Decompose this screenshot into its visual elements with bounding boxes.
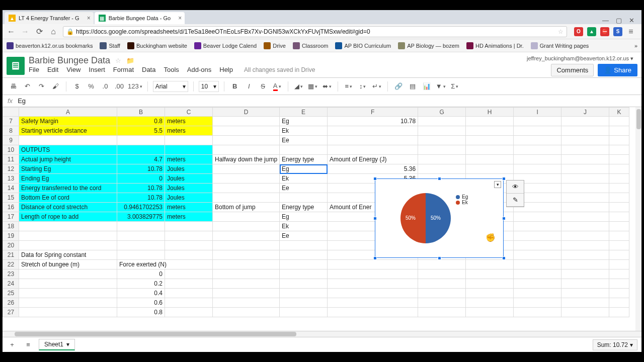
cell[interactable]	[514, 117, 561, 126]
bookmark-item[interactable]: AP Biology — bozem	[398, 42, 459, 49]
row-header[interactable]: 22	[3, 260, 19, 269]
cell[interactable]	[328, 269, 418, 279]
bookmark-item[interactable]: Drive	[264, 42, 286, 49]
cell[interactable]	[117, 241, 165, 250]
col-header[interactable]: G	[418, 108, 466, 117]
bookmark-item[interactable]: beaverton.k12.or.us bookmarks	[7, 42, 93, 49]
cell[interactable]	[561, 279, 609, 289]
tab-close-icon[interactable]: ×	[178, 15, 182, 22]
cell[interactable]	[418, 145, 466, 155]
cell[interactable]: Length of rope to add	[19, 212, 117, 222]
cell[interactable]	[609, 136, 629, 145]
row-header[interactable]: 9	[3, 136, 19, 145]
cell[interactable]	[19, 231, 117, 241]
cell[interactable]	[165, 136, 213, 145]
cell[interactable]: Ending Eg	[19, 174, 117, 184]
bookmark-item[interactable]: Buckingham website	[127, 42, 187, 49]
cell[interactable]: meters	[165, 126, 213, 136]
resize-handle[interactable]	[438, 177, 441, 180]
cell[interactable]	[609, 164, 629, 174]
cell[interactable]	[561, 136, 609, 145]
cell[interactable]	[466, 155, 514, 164]
cell[interactable]: meters	[165, 203, 213, 212]
cell[interactable]	[165, 289, 213, 298]
cell[interactable]	[609, 298, 629, 308]
cell[interactable]: Stretch of bungee (m)	[19, 260, 117, 269]
cell[interactable]	[165, 145, 213, 155]
cell[interactable]: Bottom Ee of cord	[19, 193, 117, 203]
ext-s-icon[interactable]: S	[613, 27, 622, 36]
add-sheet-icon[interactable]: +	[7, 339, 18, 351]
col-header[interactable]: E	[280, 108, 328, 117]
cell[interactable]	[19, 241, 117, 250]
col-header[interactable]: A	[19, 108, 117, 117]
menu-edit[interactable]: Edit	[47, 66, 58, 73]
cell[interactable]	[466, 298, 514, 308]
percent-icon[interactable]: %	[86, 80, 97, 93]
cell[interactable]	[213, 269, 280, 279]
bookmark-item[interactable]: HD Animations | Dr.	[466, 42, 524, 49]
cell[interactable]: Ek	[280, 222, 328, 231]
cell[interactable]	[280, 298, 328, 308]
cell[interactable]	[514, 231, 561, 241]
cell[interactable]: Eg	[280, 212, 328, 222]
cell[interactable]	[418, 136, 466, 145]
chart-edit-icon[interactable]: ✎	[507, 194, 524, 207]
cell[interactable]	[514, 241, 561, 250]
cell[interactable]	[328, 136, 418, 145]
home-icon[interactable]: ⌂	[49, 27, 58, 36]
drive-ext-icon[interactable]: ▲	[587, 27, 596, 36]
cell[interactable]: 0.2	[117, 279, 165, 289]
cell[interactable]	[466, 117, 514, 126]
cell[interactable]	[514, 222, 561, 231]
vertical-scrollbar[interactable]	[635, 107, 641, 331]
forward-icon[interactable]: →	[21, 27, 30, 36]
cell[interactable]	[213, 136, 280, 145]
cell[interactable]	[609, 289, 629, 298]
cell[interactable]: OUTPUTS	[19, 145, 117, 155]
cell[interactable]	[165, 279, 213, 289]
cell[interactable]	[609, 231, 629, 241]
cell[interactable]	[213, 145, 280, 155]
chart-view-icon[interactable]: 👁	[507, 180, 524, 194]
cell[interactable]: Joules	[165, 164, 213, 174]
cell[interactable]: meters	[165, 155, 213, 164]
cell[interactable]: 10.78	[117, 164, 165, 174]
cell[interactable]: 4.7	[117, 155, 165, 164]
cell[interactable]	[561, 155, 609, 164]
cell[interactable]	[19, 269, 117, 279]
cell[interactable]: Halfway down the jump	[213, 155, 280, 164]
cell[interactable]	[418, 117, 466, 126]
cell[interactable]	[117, 250, 165, 260]
menu-data[interactable]: Data	[142, 66, 155, 73]
cell[interactable]	[561, 241, 609, 250]
italic-icon[interactable]: I	[244, 80, 255, 93]
wrap-icon[interactable]: ↵	[371, 80, 382, 93]
cell[interactable]	[280, 250, 328, 260]
cell[interactable]: Ek	[280, 126, 328, 136]
cell[interactable]	[165, 269, 213, 279]
cell[interactable]: Ee	[280, 231, 328, 241]
row-header[interactable]: 21	[3, 250, 19, 260]
cell[interactable]	[19, 136, 117, 145]
cell[interactable]	[117, 231, 165, 241]
cell[interactable]	[328, 260, 418, 269]
link-icon[interactable]: 🔗	[393, 80, 404, 93]
cell[interactable]	[609, 184, 629, 193]
cell[interactable]	[561, 212, 609, 222]
cell[interactable]: 10.78	[328, 117, 418, 126]
col-header[interactable]: B	[117, 108, 165, 117]
cell[interactable]: Distance of cord strectch	[19, 203, 117, 212]
cell[interactable]	[514, 279, 561, 289]
cell[interactable]: 0.4	[117, 289, 165, 298]
all-sheets-icon[interactable]: ≡	[23, 339, 34, 351]
cell[interactable]: Eg	[280, 117, 328, 126]
cell[interactable]	[514, 212, 561, 222]
cell[interactable]	[609, 260, 629, 269]
cell[interactable]: Joules	[165, 193, 213, 203]
cell[interactable]	[609, 174, 629, 184]
cell[interactable]	[561, 260, 609, 269]
valign-icon[interactable]: ↕	[357, 80, 368, 93]
resize-handle[interactable]	[373, 177, 377, 180]
cell[interactable]	[609, 155, 629, 164]
